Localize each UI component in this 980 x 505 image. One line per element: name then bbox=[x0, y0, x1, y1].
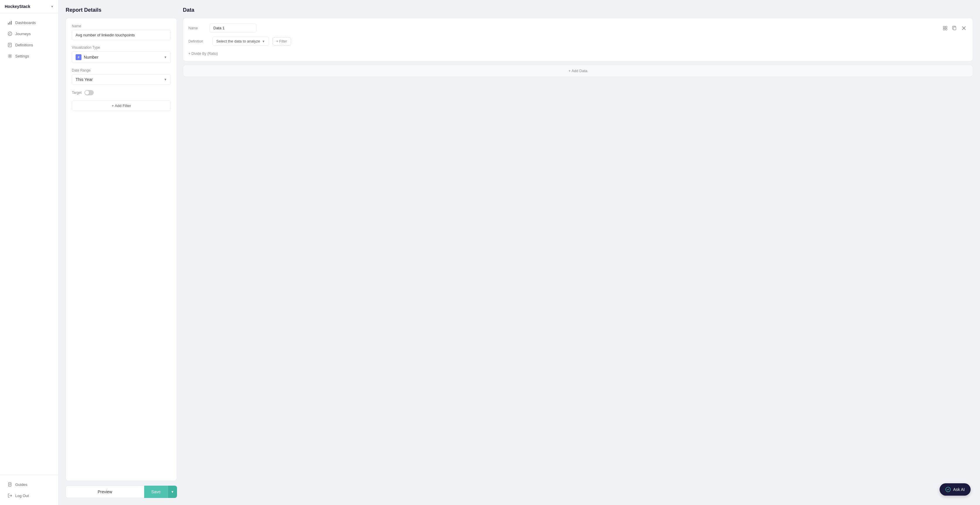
data-card: Name bbox=[183, 18, 973, 61]
ask-ai-label: Ask AI bbox=[953, 487, 965, 492]
sidebar-item-settings[interactable]: Settings bbox=[2, 51, 56, 61]
viz-type-select[interactable]: # Number ▼ bbox=[72, 51, 171, 63]
save-chevron-icon: ▼ bbox=[171, 490, 174, 494]
date-range-chevron-icon: ▼ bbox=[164, 78, 167, 81]
save-btn-group: Save ▼ bbox=[144, 486, 177, 498]
data-panel-title: Data bbox=[183, 7, 973, 13]
svg-rect-0 bbox=[8, 23, 9, 25]
logout-icon bbox=[8, 493, 12, 498]
report-details-title: Report Details bbox=[66, 7, 177, 13]
file-icon bbox=[8, 482, 12, 487]
sidebar-item-journeys[interactable]: Journeys bbox=[2, 29, 56, 39]
ask-ai-button[interactable]: Ask AI bbox=[940, 483, 970, 495]
add-data-button[interactable]: + Add Data bbox=[183, 65, 973, 77]
sidebar-bottom-nav: Guides Log Out bbox=[0, 475, 58, 505]
ask-ai-icon bbox=[945, 487, 951, 492]
data-card-actions bbox=[942, 25, 967, 32]
data-panel: Data Name bbox=[183, 7, 973, 498]
report-details-card: Name Visualization Type # Number ▼ Date … bbox=[66, 18, 177, 481]
sidebar-item-label-dashboards: Dashboards bbox=[15, 21, 36, 25]
bar-chart-icon bbox=[8, 20, 12, 25]
definition-placeholder: Select the data to analyze bbox=[216, 39, 260, 43]
sidebar-item-dashboards[interactable]: Dashboards bbox=[2, 17, 56, 28]
svg-rect-1 bbox=[10, 22, 10, 25]
target-toggle[interactable] bbox=[84, 90, 94, 95]
report-details-panel: Report Details Name Visualization Type #… bbox=[66, 7, 177, 498]
target-label: Target bbox=[72, 91, 81, 95]
sidebar-nav: Dashboards Journeys Definitions bbox=[0, 13, 58, 475]
copy-button[interactable] bbox=[951, 25, 958, 32]
close-data-card-button[interactable] bbox=[960, 25, 967, 32]
compass-icon bbox=[8, 31, 12, 36]
svg-rect-16 bbox=[945, 29, 947, 30]
svg-point-3 bbox=[8, 32, 12, 36]
data-name-input[interactable] bbox=[210, 24, 256, 33]
data-card-header: Name bbox=[188, 24, 967, 33]
divide-by-row: + Divide By (Ratio) bbox=[188, 49, 967, 56]
sidebar-item-logout[interactable]: Log Out bbox=[2, 490, 56, 501]
add-filter-btn[interactable]: + Filter bbox=[272, 37, 291, 45]
svg-rect-14 bbox=[945, 26, 947, 28]
sidebar-item-definitions[interactable]: Definitions bbox=[2, 40, 56, 50]
date-range-label: Date Range bbox=[72, 69, 171, 72]
panel-footer: Preview Save ▼ bbox=[66, 486, 177, 498]
viz-type-value: Number bbox=[84, 55, 99, 59]
definition-label: Definition bbox=[188, 39, 209, 43]
svg-rect-17 bbox=[953, 27, 956, 30]
sidebar: HockeyStack ▼ Dashboards Journeys bbox=[0, 0, 59, 505]
data-name-label: Name bbox=[188, 26, 206, 30]
sidebar-item-label-journeys: Journeys bbox=[15, 32, 31, 36]
main-content: Report Details Name Visualization Type #… bbox=[59, 0, 980, 505]
number-viz-icon: # bbox=[76, 54, 81, 60]
brand-logo[interactable]: HockeyStack ▼ bbox=[0, 0, 58, 13]
date-range-value: This Year bbox=[76, 77, 92, 82]
book-icon bbox=[8, 43, 12, 47]
sidebar-item-label-guides: Guides bbox=[15, 483, 27, 487]
sidebar-item-guides[interactable]: Guides bbox=[2, 479, 56, 490]
svg-rect-2 bbox=[11, 21, 12, 25]
data-definition-row: Definition Select the data to analyze ▼ … bbox=[188, 37, 967, 46]
target-row: Target bbox=[72, 90, 171, 95]
report-name-label: Name bbox=[72, 24, 171, 28]
date-range-select[interactable]: This Year ▼ bbox=[72, 74, 171, 85]
sidebar-item-label-logout: Log Out bbox=[15, 494, 29, 498]
sidebar-item-label-definitions: Definitions bbox=[15, 43, 33, 47]
report-name-input[interactable] bbox=[72, 30, 171, 40]
report-name-group: Name bbox=[72, 24, 171, 40]
date-range-group: Date Range This Year ▼ bbox=[72, 69, 171, 85]
definition-chevron-icon: ▼ bbox=[262, 40, 265, 43]
viz-type-chevron-icon: ▼ bbox=[164, 56, 167, 59]
sidebar-item-label-settings: Settings bbox=[15, 54, 29, 58]
svg-rect-13 bbox=[943, 26, 945, 28]
brand-name: HockeyStack bbox=[5, 4, 30, 9]
preview-button[interactable]: Preview bbox=[66, 486, 144, 498]
divide-by-button[interactable]: + Divide By (Ratio) bbox=[188, 52, 218, 56]
save-dropdown-button[interactable]: ▼ bbox=[168, 486, 177, 498]
svg-rect-15 bbox=[943, 29, 945, 30]
viz-type-group: Visualization Type # Number ▼ bbox=[72, 45, 171, 63]
definition-select[interactable]: Select the data to analyze ▼ bbox=[212, 37, 269, 46]
brand-chevron-icon: ▼ bbox=[51, 5, 54, 8]
grid-view-button[interactable] bbox=[942, 25, 949, 32]
gear-icon bbox=[8, 54, 12, 58]
save-button[interactable]: Save bbox=[144, 486, 168, 498]
viz-type-label: Visualization Type bbox=[72, 45, 171, 49]
svg-point-8 bbox=[10, 56, 11, 57]
add-filter-button[interactable]: + Add Filter bbox=[72, 100, 171, 111]
